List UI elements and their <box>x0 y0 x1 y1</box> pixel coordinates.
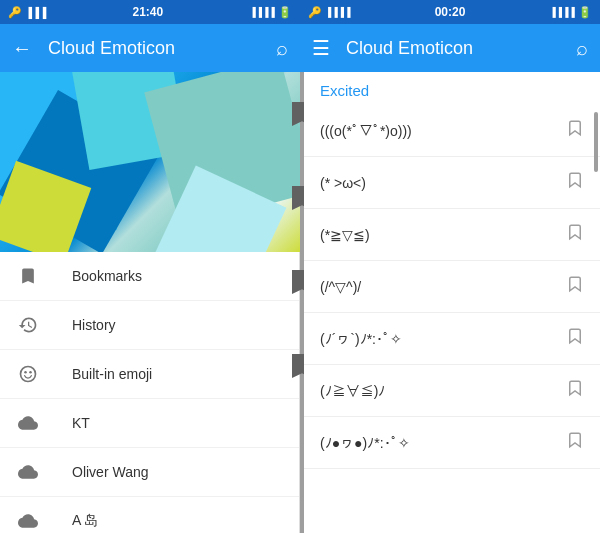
emoji-icon <box>16 362 40 386</box>
bookmark-btn-0[interactable] <box>566 119 584 142</box>
left-search-button[interactable]: ⌕ <box>276 37 288 60</box>
emoticon-item-2: (*≧▽≦) <box>304 209 600 261</box>
bookmark-btn-3[interactable] <box>566 275 584 298</box>
emoticon-text-5[interactable]: (ﾉ≧∀≦)ﾉ <box>320 383 385 399</box>
signal-bars-icon: ▐▐▐▐ <box>249 7 275 17</box>
right-right-icons: ▐▐▐▐ 🔋 <box>549 6 592 19</box>
bookmark-btn-4[interactable] <box>566 327 584 350</box>
a-island-label: A 岛 <box>72 512 98 530</box>
oliver-wang-label: Oliver Wang <box>72 464 149 480</box>
right-time: 00:20 <box>435 5 466 19</box>
svg-point-0 <box>21 367 36 382</box>
signal-bars-icon-2: ▐▐▐▐ <box>549 7 575 17</box>
menu-item-history[interactable]: History <box>0 301 299 350</box>
builtin-emoji-label: Built-in emoji <box>72 366 152 382</box>
emoticon-list[interactable]: (((o(*ﾟ▽ﾟ*)o))) (* >ω<) (*≧▽≦) <box>304 105 600 533</box>
right-app-title: Cloud Emoticon <box>346 38 560 59</box>
app-bar-right: ☰ Cloud Emoticon ⌕ <box>300 24 600 72</box>
menu-list: Bookmarks History Built-in emoji <box>0 252 299 533</box>
right-search-button[interactable]: ⌕ <box>576 37 588 60</box>
bookmark-btn-6[interactable] <box>566 431 584 454</box>
menu-item-kt[interactable]: KT <box>0 399 299 448</box>
svg-point-1 <box>24 371 27 374</box>
cloud-kt-icon <box>16 411 40 435</box>
cloud-a-icon <box>16 509 40 533</box>
left-app-title: Cloud Emoticon <box>48 38 260 59</box>
signal-icon: ▐▐▐ <box>25 7 46 18</box>
bookmark-btn-5[interactable] <box>566 379 584 402</box>
menu-item-oliver-wang[interactable]: Oliver Wang <box>0 448 299 497</box>
bookmarks-label: Bookmarks <box>72 268 142 284</box>
cloud-oliver-icon <box>16 460 40 484</box>
battery-icon-right: 🔋 <box>578 6 592 19</box>
status-bar-left: 🔑 ▐▐▐ 21:40 ▐▐▐▐ 🔋 <box>0 0 300 24</box>
emoticon-text-0[interactable]: (((o(*ﾟ▽ﾟ*)o))) <box>320 123 412 139</box>
menu-button[interactable]: ☰ <box>312 36 330 60</box>
kt-label: KT <box>72 415 90 431</box>
hero-image <box>0 72 300 252</box>
emoticon-item-0: (((o(*ﾟ▽ﾟ*)o))) <box>304 105 600 157</box>
emoticon-text-6[interactable]: (ﾉ●ヮ●)ﾉ*:･ﾟ✧ <box>320 435 410 451</box>
left-time: 21:40 <box>133 5 164 19</box>
status-bar-right: 🔑 ▐▐▐▐ 00:20 ▐▐▐▐ 🔋 <box>300 0 600 24</box>
back-button[interactable]: ← <box>12 37 32 60</box>
left-panel: Bookmarks History Built-in emoji <box>0 72 300 533</box>
notification-icon: 🔑 <box>8 6 22 19</box>
right-status-icons-left: ▐▐▐▐ 🔋 <box>249 6 292 19</box>
signal-icon-right: ▐▐▐▐ <box>325 7 351 17</box>
bookmarks-icon <box>16 264 40 288</box>
status-bar: 🔑 ▐▐▐ 21:40 ▐▐▐▐ 🔋 🔑 ▐▐▐▐ 00:20 ▐▐▐▐ 🔋 <box>0 0 600 24</box>
app-bar-left: ← Cloud Emoticon ⌕ <box>0 24 300 72</box>
menu-item-builtin-emoji[interactable]: Built-in emoji <box>0 350 299 399</box>
emoticon-text-3[interactable]: (/^▽^)/ <box>320 279 361 295</box>
right-panel: Excited (((o(*ﾟ▽ﾟ*)o))) (* >ω<) (*≧▽≦) <box>304 72 600 533</box>
main-content: Bookmarks History Built-in emoji <box>0 72 600 533</box>
emoticon-item-1: (* >ω<) <box>304 157 600 209</box>
emoticon-item-6: (ﾉ●ヮ●)ﾉ*:･ﾟ✧ <box>304 417 600 469</box>
emoticon-text-2[interactable]: (*≧▽≦) <box>320 227 370 243</box>
app-container: 🔑 ▐▐▐ 21:40 ▐▐▐▐ 🔋 🔑 ▐▐▐▐ 00:20 ▐▐▐▐ 🔋 ← <box>0 0 600 533</box>
history-icon <box>16 313 40 337</box>
right-left-icons: 🔑 ▐▐▐▐ <box>308 6 351 19</box>
emoticon-text-4[interactable]: (ﾉ´ヮ`)ﾉ*:･ﾟ✧ <box>320 331 402 347</box>
menu-item-a-island[interactable]: A 岛 <box>0 497 299 533</box>
menu-item-bookmarks[interactable]: Bookmarks <box>0 252 299 301</box>
bookmark-btn-2[interactable] <box>566 223 584 246</box>
svg-point-2 <box>29 371 32 374</box>
emoticon-text-1[interactable]: (* >ω<) <box>320 175 366 191</box>
emoticon-category: Excited <box>304 72 600 105</box>
emoticon-item-4: (ﾉ´ヮ`)ﾉ*:･ﾟ✧ <box>304 313 600 365</box>
left-status-icons: 🔑 ▐▐▐ <box>8 6 46 19</box>
app-bars: ← Cloud Emoticon ⌕ ☰ Cloud Emoticon ⌕ <box>0 24 600 72</box>
bookmark-btn-1[interactable] <box>566 171 584 194</box>
emoticon-item-3: (/^▽^)/ <box>304 261 600 313</box>
battery-icon-left: 🔋 <box>278 6 292 19</box>
history-label: History <box>72 317 116 333</box>
emoticon-item-5: (ﾉ≧∀≦)ﾉ <box>304 365 600 417</box>
key-icon: 🔑 <box>308 6 322 19</box>
scroll-indicator <box>594 112 598 172</box>
